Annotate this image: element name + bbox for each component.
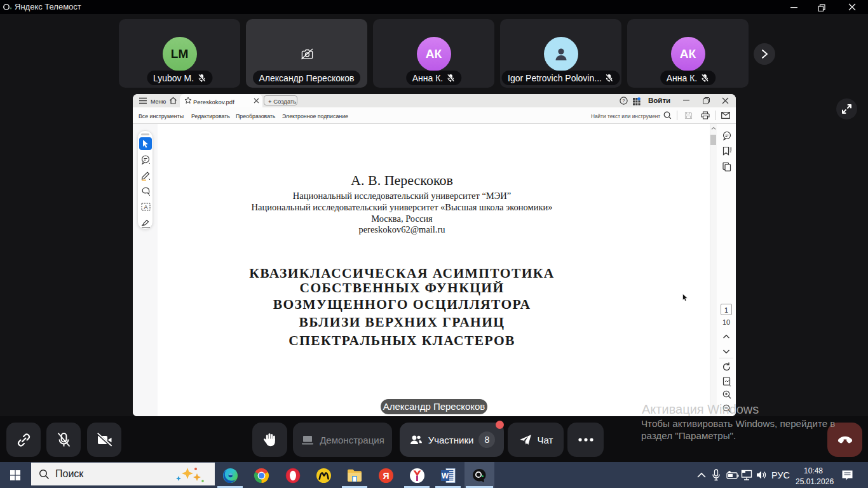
svg-text:A: A bbox=[144, 204, 147, 210]
svg-text:Я: Я bbox=[383, 471, 389, 481]
svg-text:W: W bbox=[442, 471, 449, 480]
svg-text:?: ? bbox=[622, 98, 625, 104]
